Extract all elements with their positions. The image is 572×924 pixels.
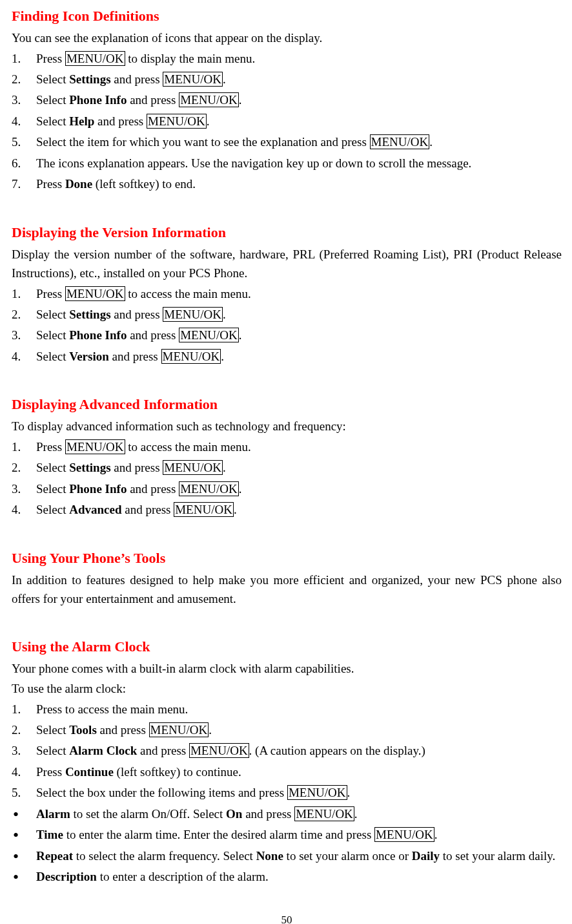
menu-ok-key: MENU/OK	[65, 51, 125, 66]
text: and press	[97, 723, 149, 737]
bold-phone-info: Phone Info	[69, 328, 127, 342]
paragraph: To display advanced information such as …	[12, 417, 562, 436]
bullet-item: Alarm to set the alarm On/Off. Select On…	[12, 804, 562, 823]
text: Press	[36, 440, 65, 454]
text: to enter a description of the alarm.	[97, 870, 269, 883]
bold-repeat: Repeat	[36, 849, 73, 863]
menu-ok-key: MENU/OK	[163, 460, 223, 475]
menu-ok-key: MENU/OK	[370, 134, 430, 149]
menu-ok-key: MENU/OK	[179, 92, 239, 107]
bold-continue: Continue	[65, 765, 114, 779]
bullet-item: Description to enter a description of th…	[12, 867, 562, 886]
menu-ok-key: MENU/OK	[287, 785, 347, 800]
bold-time: Time	[36, 828, 63, 841]
step-item: Press MENU/OK to access the main menu.	[12, 437, 562, 456]
text: and press	[111, 72, 163, 86]
menu-ok-key: MENU/OK	[65, 439, 125, 454]
heading-version-information: Displaying the Version Information	[12, 222, 562, 244]
text: Press	[36, 52, 65, 65]
text: to access the main menu.	[125, 287, 251, 300]
step-item: Select Alarm Clock and press MENU/OK. (A…	[12, 741, 562, 760]
text: Select	[36, 328, 69, 342]
text: Select	[36, 744, 69, 757]
bold-settings: Settings	[69, 308, 110, 321]
heading-phone-tools: Using Your Phone’s Tools	[12, 547, 562, 569]
step-item: Select Phone Info and press MENU/OK.	[12, 479, 562, 498]
text: Press	[36, 177, 65, 191]
bold-version: Version	[69, 350, 109, 363]
paragraph: You can see the explanation of icons tha…	[12, 28, 562, 47]
text: to select the alarm frequency. Select	[73, 849, 256, 863]
step-item: Press to access the main menu.	[12, 700, 562, 719]
text: and press	[137, 744, 189, 757]
bold-alarm: Alarm	[36, 807, 70, 821]
text: to enter the alarm time. Enter the desir…	[63, 828, 374, 841]
menu-ok-key: MENU/OK	[163, 307, 223, 322]
menu-ok-key: MENU/OK	[163, 72, 223, 87]
text: and press	[111, 308, 163, 321]
step-item: Select Phone Info and press MENU/OK.	[12, 326, 562, 344]
text: and press	[111, 461, 163, 474]
text: Press	[36, 287, 65, 300]
step-item: Select Version and press MENU/OK.	[12, 347, 562, 366]
bold-description: Description	[36, 870, 97, 883]
bold-advanced: Advanced	[69, 503, 121, 516]
menu-ok-key: MENU/OK	[149, 722, 209, 737]
text: Select	[36, 93, 69, 107]
step-item: Select Settings and press MENU/OK.	[12, 305, 562, 324]
bullet-list: Alarm to set the alarm On/Off. Select On…	[12, 804, 562, 887]
bullet-item: Time to enter the alarm time. Enter the …	[12, 825, 562, 844]
step-item: Select Tools and press MENU/OK.	[12, 720, 562, 739]
step-item: Select Phone Info and press MENU/OK.	[12, 90, 562, 109]
text: and press	[127, 93, 179, 107]
step-item: Select the item for which you want to se…	[12, 132, 562, 151]
text: Select	[36, 308, 69, 321]
text: Press to access the main menu.	[36, 702, 188, 716]
paragraph: Your phone comes with a built-in alarm c…	[12, 659, 562, 678]
bold-phone-info: Phone Info	[69, 482, 127, 496]
steps-list: Press MENU/OK to access the main menu. S…	[12, 284, 562, 366]
heading-alarm-clock: Using the Alarm Clock	[12, 636, 562, 658]
text: to access the main menu.	[125, 440, 251, 454]
bold-tools: Tools	[69, 723, 97, 737]
text: to set your alarm daily.	[440, 849, 555, 863]
step-item: The icons explanation appears. Use the n…	[12, 154, 562, 173]
text: Select the item for which you want to se…	[36, 135, 370, 149]
text: and press	[109, 350, 161, 363]
text: Select	[36, 350, 69, 363]
page-number: 50	[12, 912, 562, 924]
text: to display the main menu.	[125, 52, 256, 65]
bold-done: Done	[65, 177, 92, 191]
text: Select	[36, 461, 69, 474]
bold-help: Help	[69, 114, 94, 128]
text: (left softkey) to end.	[92, 177, 196, 191]
text: . (A caution appears on the display.)	[249, 744, 425, 757]
text: (left softkey) to continue.	[114, 765, 241, 779]
menu-ok-key: MENU/OK	[147, 114, 207, 129]
menu-ok-key: MENU/OK	[374, 827, 434, 842]
menu-ok-key: MENU/OK	[294, 806, 354, 821]
step-item: Press MENU/OK to display the main menu.	[12, 49, 562, 68]
paragraph: In addition to features designed to help…	[12, 571, 562, 609]
menu-ok-key: MENU/OK	[161, 349, 221, 364]
text: Select	[36, 72, 69, 86]
text: Select	[36, 114, 69, 128]
text: Press	[36, 765, 65, 779]
text: Select	[36, 503, 69, 516]
step-item: Select the box under the following items…	[12, 783, 562, 802]
text: and press	[94, 114, 147, 128]
text: Select the box under the following items…	[36, 786, 287, 799]
bold-none: None	[256, 849, 283, 863]
menu-ok-key: MENU/OK	[179, 481, 239, 496]
text: The icons explanation appears. Use the n…	[36, 156, 471, 170]
menu-ok-key: MENU/OK	[189, 743, 249, 758]
text: and press	[121, 503, 174, 516]
heading-finding-icon-definitions: Finding Icon Definitions	[12, 5, 562, 27]
text: to set your alarm once or	[283, 849, 412, 863]
steps-list: Press MENU/OK to display the main menu. …	[12, 49, 562, 194]
menu-ok-key: MENU/OK	[179, 328, 239, 342]
text: and press	[127, 482, 179, 496]
step-item: Select Help and press MENU/OK.	[12, 112, 562, 131]
paragraph: To use the alarm clock:	[12, 679, 562, 698]
text: to set the alarm On/Off. Select	[70, 807, 226, 821]
